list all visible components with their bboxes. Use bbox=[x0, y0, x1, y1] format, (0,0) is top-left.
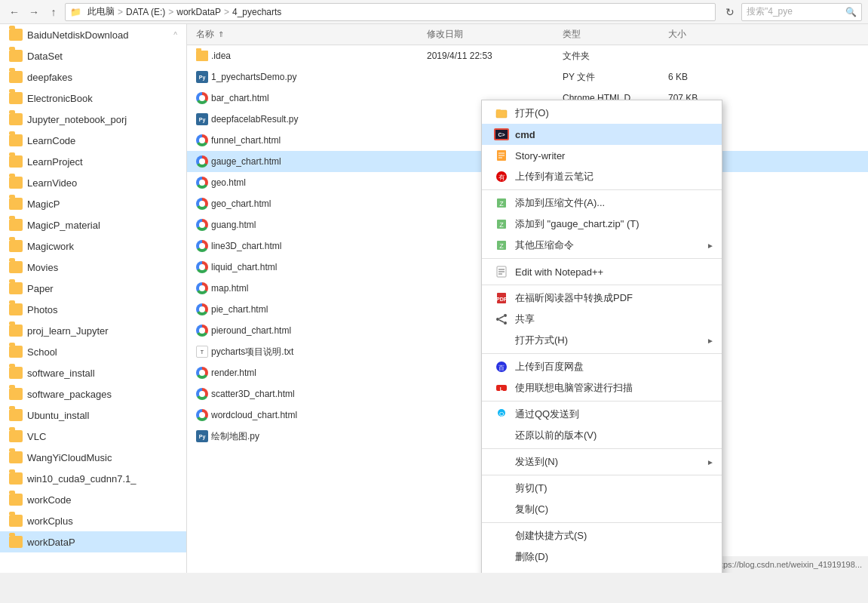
chrome-icon bbox=[196, 303, 208, 315]
zip-icon: Z bbox=[494, 195, 509, 211]
sidebar-item-dataset[interactable]: DataSet bbox=[0, 45, 186, 66]
ctx-restore-version[interactable]: 还原以前的版本(V) bbox=[482, 425, 722, 446]
address-bar[interactable]: 📁 此电脑 > DATA (E:) > workDataP > 4_pyecha… bbox=[65, 3, 716, 21]
sidebar-item-photos[interactable]: Photos bbox=[0, 299, 186, 320]
sidebar-item-baidunetdisk[interactable]: BaiduNetdiskDownload ^ bbox=[0, 24, 186, 45]
col-header-size[interactable]: 大小 bbox=[668, 28, 744, 41]
svg-point-21 bbox=[496, 318, 499, 321]
sidebar-item-workdatap[interactable]: workDataP bbox=[0, 531, 186, 552]
sidebar-item-software-install[interactable]: software_install bbox=[0, 362, 186, 383]
up-button[interactable]: ↑ bbox=[45, 4, 62, 20]
ctx-notepad[interactable]: Edit with Notepad++ bbox=[482, 261, 722, 282]
svg-rect-1 bbox=[496, 109, 501, 112]
ctx-cmd[interactable]: C> cmd bbox=[482, 124, 722, 145]
zip-icon-2: Z bbox=[494, 217, 509, 232]
folder-icon bbox=[9, 536, 23, 548]
ctx-sep-2 bbox=[482, 258, 722, 259]
ctx-add-archive[interactable]: Z 添加到压缩文件(A)... bbox=[482, 192, 722, 214]
ctx-other-compress[interactable]: Z 其他压缩命令 ► bbox=[482, 235, 722, 256]
sidebar-item-movies[interactable]: Movies bbox=[0, 257, 186, 278]
folder-icon bbox=[9, 177, 23, 189]
ctx-send-to[interactable]: 发送到(N) ► bbox=[482, 451, 722, 472]
sidebar-item-learnvideo[interactable]: LearnVideo bbox=[0, 172, 186, 193]
search-bar[interactable]: 搜索"4_pye 🔍 bbox=[741, 3, 862, 21]
back-button[interactable]: ← bbox=[6, 4, 23, 20]
sidebar-item-magicp[interactable]: MagicP bbox=[0, 193, 186, 214]
ctx-delete[interactable]: 删除(D) bbox=[482, 546, 722, 568]
sidebar-item-label: LearnProject bbox=[27, 156, 83, 168]
sidebar-item-label: ElectronicBook bbox=[27, 93, 93, 104]
sidebar-item-deepfakes[interactable]: deepfakes bbox=[0, 66, 186, 88]
title-bar: ← → ↑ 📁 此电脑 > DATA (E:) > workDataP > 4_… bbox=[0, 0, 868, 24]
sidebar-item-learnproject[interactable]: LearnProject bbox=[0, 151, 186, 172]
ctx-story-writer[interactable]: Story-writer bbox=[482, 145, 722, 166]
sidebar-item-vlc[interactable]: VLC bbox=[0, 426, 186, 447]
ctx-sep-8 bbox=[482, 522, 722, 523]
chrome-icon bbox=[196, 219, 208, 231]
sidebar-item-magicwork[interactable]: Magicwork bbox=[0, 235, 186, 257]
sidebar-item-wangyicloud[interactable]: WangYiCloudMusic bbox=[0, 447, 186, 468]
ctx-copy[interactable]: 复制(C) bbox=[482, 499, 722, 520]
folder-icon bbox=[9, 472, 23, 485]
forward-button[interactable]: → bbox=[26, 4, 42, 20]
ctx-notepad-label: Edit with Notepad++ bbox=[515, 266, 603, 278]
folder-icon bbox=[9, 409, 23, 421]
sidebar-item-ubuntu[interactable]: Ubuntu_install bbox=[0, 405, 186, 426]
ctx-cut[interactable]: 剪切(T) bbox=[482, 478, 722, 499]
sidebar-item-learncode[interactable]: LearnCode bbox=[0, 130, 186, 151]
sidebar-item-jupyter[interactable]: Jupyter_notebook_porj bbox=[0, 109, 186, 130]
folder-icon bbox=[9, 155, 23, 168]
svg-text:Z: Z bbox=[499, 200, 504, 208]
col-header-type[interactable]: 类型 bbox=[563, 28, 668, 41]
folder-icon bbox=[196, 51, 208, 61]
sidebar-item-paper[interactable]: Paper bbox=[0, 278, 186, 299]
sidebar-item-label: DataSet bbox=[27, 51, 63, 62]
svg-text:有: 有 bbox=[498, 174, 505, 181]
submenu-arrow: ► bbox=[707, 242, 714, 250]
svg-point-20 bbox=[504, 314, 507, 317]
qq-icon: Q bbox=[494, 407, 509, 422]
py-icon: Py bbox=[196, 71, 208, 83]
ctx-sep-1 bbox=[482, 189, 722, 190]
refresh-button[interactable]: ↻ bbox=[722, 4, 738, 20]
sidebar-item-workcode[interactable]: workCode bbox=[0, 489, 186, 510]
ctx-open-with[interactable]: 打开方式(H) ► bbox=[482, 330, 722, 351]
folder-icon bbox=[9, 451, 23, 463]
submenu-arrow-3: ► bbox=[707, 458, 714, 466]
ctx-baidu-upload[interactable]: 百 上传到百度网盘 bbox=[482, 356, 722, 377]
ctx-sep-3 bbox=[482, 285, 722, 285]
notepad-icon bbox=[494, 264, 509, 279]
svg-text:Z: Z bbox=[499, 242, 504, 250]
ctx-sep-4 bbox=[482, 353, 722, 354]
cmd-icon: C> bbox=[494, 127, 509, 142]
ctx-sep-6 bbox=[482, 448, 722, 449]
sidebar-item-workcplus[interactable]: workCplus bbox=[0, 510, 186, 531]
search-icon: 🔍 bbox=[845, 7, 857, 17]
table-row[interactable]: .idea 2019/4/11 22:53 文件夹 bbox=[187, 45, 868, 66]
ctx-create-shortcut[interactable]: 创建快捷方式(S) bbox=[482, 525, 722, 546]
ctx-lenovo-scan[interactable]: L 使用联想电脑管家进行扫描 bbox=[482, 377, 722, 398]
sidebar-item-win10[interactable]: win10_cuda9_cudnn7.1_ bbox=[0, 468, 186, 489]
chrome-icon bbox=[196, 177, 208, 189]
ctx-add-zip[interactable]: Z 添加到 "gauge_chart.zip" (T) bbox=[482, 214, 722, 235]
sidebar-item-label: Ubuntu_install bbox=[27, 410, 89, 421]
col-header-name[interactable]: 名称 ⇑ bbox=[193, 28, 427, 41]
folder-icon bbox=[9, 388, 23, 400]
sidebar-item-label: workDataP bbox=[27, 537, 75, 548]
ctx-qq-send[interactable]: Q 通过QQ发送到 bbox=[482, 404, 722, 425]
ctx-youdao[interactable]: 有 上传到有道云笔记 bbox=[482, 166, 722, 187]
sidebar-item-label: Magicwork bbox=[27, 241, 74, 252]
ctx-pdf[interactable]: PDF 在福昕阅读器中转换成PDF bbox=[482, 288, 722, 309]
sidebar-item-electronicbook[interactable]: ElectronicBook bbox=[0, 88, 186, 109]
col-header-date[interactable]: 修改日期 bbox=[427, 28, 563, 41]
sidebar-item-school[interactable]: School bbox=[0, 341, 186, 362]
ctx-share[interactable]: 共享 bbox=[482, 309, 722, 330]
table-row[interactable]: Py1_pyechartsDemo.py PY 文件 6 KB bbox=[187, 66, 868, 88]
ctx-rename[interactable]: 重命名(M) bbox=[482, 568, 722, 573]
sidebar-item-proj-jupyter[interactable]: proj_learn_Jupyter bbox=[0, 320, 186, 341]
sidebar-item-software-packages[interactable]: software_packages bbox=[0, 383, 186, 405]
ctx-open[interactable]: 打开(O) bbox=[482, 103, 722, 124]
sidebar-item-magicp-material[interactable]: MagicP_material bbox=[0, 214, 186, 235]
address-sep-1: > bbox=[118, 7, 123, 17]
address-part-2: DATA (E:) bbox=[126, 7, 165, 17]
